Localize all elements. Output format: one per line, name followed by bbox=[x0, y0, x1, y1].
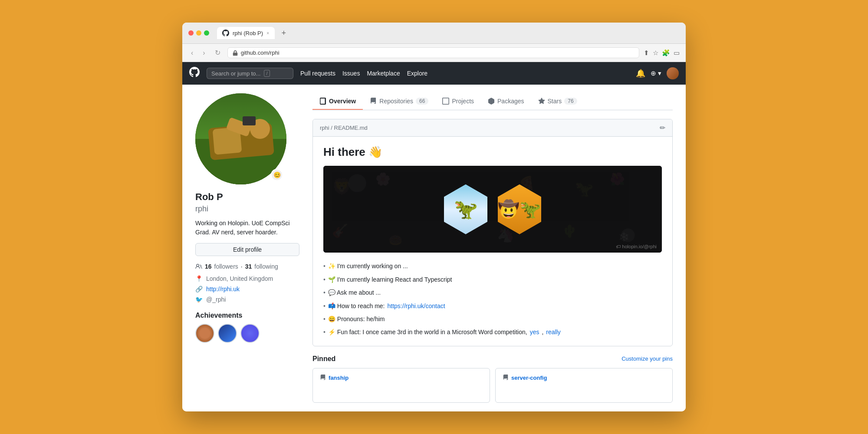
url-display: github.com/rphi bbox=[241, 49, 279, 56]
edit-readme-button[interactable]: ✏ bbox=[660, 124, 665, 132]
bullet-6-text: ⚡ Fun fact: I once came 3rd in the world… bbox=[328, 327, 527, 337]
readme-list-item-4: 📫 How to reach me: https://rphi.uk/conta… bbox=[323, 301, 662, 311]
tab-overview-label: Overview bbox=[329, 98, 356, 105]
nav-pull-requests[interactable]: Pull requests bbox=[300, 70, 335, 77]
pinned-card-2-title[interactable]: server-config bbox=[511, 375, 547, 381]
readme-list: ✨ I'm currently working on ... 🌱 I'm cur… bbox=[323, 261, 662, 337]
bullet-2: 🌱 I'm currently learning React and Types… bbox=[328, 275, 452, 284]
tab-title: rphi (Rob P) bbox=[233, 30, 263, 36]
minimize-traffic-light[interactable] bbox=[196, 30, 201, 36]
tab-repositories[interactable]: Repositories 66 bbox=[363, 93, 435, 110]
readme-header: rphi / README.md ✏ bbox=[313, 119, 672, 137]
traffic-lights bbox=[188, 30, 209, 36]
pinned-card-1-title[interactable]: fanship bbox=[329, 375, 349, 381]
svg-text:🦖: 🦖 bbox=[575, 180, 594, 198]
pinned-card-2[interactable]: server-config bbox=[495, 368, 673, 403]
location-item: 📍 London, United Kingdom bbox=[195, 275, 299, 282]
pinned-card-2-header: server-config bbox=[503, 375, 665, 381]
achievements-title: Achievements bbox=[195, 312, 299, 319]
achievement-badge-1[interactable] bbox=[195, 324, 214, 343]
repo-small-icon-2 bbox=[503, 375, 509, 381]
holopin-badge-1: 🦖 bbox=[444, 184, 487, 234]
new-tab-button[interactable]: + bbox=[282, 29, 286, 38]
search-placeholder: Search or jump to... bbox=[211, 70, 260, 77]
nav-marketplace[interactable]: Marketplace bbox=[367, 70, 400, 77]
refresh-button[interactable]: ↻ bbox=[212, 48, 223, 58]
pinned-title: Pinned bbox=[312, 355, 335, 363]
bullet-6-comma: , bbox=[542, 327, 543, 337]
browser-tab[interactable]: rphi (Rob P) × bbox=[217, 27, 275, 39]
repo-small-icon bbox=[320, 375, 326, 381]
search-box[interactable]: Search or jump to... / bbox=[207, 68, 293, 79]
tab-close-button[interactable]: × bbox=[266, 30, 269, 36]
browser-toolbar: ‹ › ↻ github.com/rphi ⬆ ☆ 🧩 ▭ bbox=[182, 44, 686, 62]
tab-projects[interactable]: Projects bbox=[435, 93, 481, 110]
user-avatar-nav[interactable] bbox=[667, 67, 679, 79]
followers-count[interactable]: 16 bbox=[205, 263, 212, 270]
github-favicon-icon bbox=[222, 30, 229, 36]
browser-titlebar: rphi (Rob P) × + bbox=[182, 23, 686, 44]
customize-pins-link[interactable]: Customize your pins bbox=[621, 355, 673, 362]
forward-button[interactable]: › bbox=[200, 48, 207, 58]
sidebar-toggle-icon[interactable]: ▭ bbox=[674, 49, 680, 57]
really-link[interactable]: really bbox=[546, 327, 560, 337]
twitter-item: 🐦 @_rphi bbox=[195, 296, 299, 303]
tab-overview[interactable]: Overview bbox=[312, 93, 363, 110]
following-count[interactable]: 31 bbox=[245, 263, 252, 270]
bullet-1: ✨ I'm currently working on ... bbox=[328, 261, 408, 271]
tab-stars[interactable]: Stars 76 bbox=[531, 93, 584, 110]
browser-actions: ⬆ ☆ 🧩 ▭ bbox=[644, 49, 680, 57]
location-icon: 📍 bbox=[195, 275, 203, 282]
extensions-icon[interactable]: 🧩 bbox=[662, 49, 670, 57]
twitter-handle[interactable]: @_rphi bbox=[206, 296, 226, 303]
profile-sidebar: 😊 Rob P rphi Working on Holopin. UoE Com… bbox=[195, 93, 299, 402]
readme-body: Hi there 👋 🦁 🌸 🦋 🍕 bbox=[313, 137, 672, 345]
share-icon[interactable]: ⬆ bbox=[644, 49, 649, 57]
nav-links: Pull requests Issues Marketplace Explore bbox=[300, 70, 427, 77]
bookmark-icon[interactable]: ☆ bbox=[653, 49, 658, 57]
notifications-icon[interactable]: 🔔 bbox=[636, 69, 645, 78]
svg-text:❄: ❄ bbox=[618, 230, 629, 244]
people-icon bbox=[195, 263, 202, 270]
website-item: 🔗 http://rphi.uk bbox=[195, 286, 299, 293]
pinned-card-1-header: fanship bbox=[320, 375, 483, 381]
overview-icon bbox=[319, 98, 326, 105]
readme-filepath: rphi / README.md bbox=[320, 125, 368, 131]
browser-window: rphi (Rob P) × + ‹ › ↻ github.com/rphi ⬆… bbox=[182, 23, 686, 411]
github-logo-icon bbox=[189, 67, 200, 77]
profile-meta: 📍 London, United Kingdom 🔗 http://rphi.u… bbox=[195, 275, 299, 303]
address-bar[interactable]: github.com/rphi bbox=[227, 47, 639, 58]
maximize-traffic-light[interactable] bbox=[204, 30, 209, 36]
pinned-section: Pinned Customize your pins fanship bbox=[312, 355, 673, 403]
close-traffic-light[interactable] bbox=[188, 30, 194, 36]
svg-text:🦁: 🦁 bbox=[332, 177, 352, 196]
readme-list-item-6: ⚡ Fun fact: I once came 3rd in the world… bbox=[323, 327, 662, 337]
holopin-watermark: 🏷 holopin.io/@rphi bbox=[616, 244, 657, 249]
nav-issues[interactable]: Issues bbox=[342, 70, 360, 77]
packages-icon bbox=[488, 98, 495, 105]
yes-link[interactable]: yes bbox=[530, 327, 539, 337]
achievement-badge-3[interactable] bbox=[240, 324, 260, 343]
followers-row: 16 followers · 31 following bbox=[195, 263, 299, 270]
holopin-badge-2: 🤠🦖 bbox=[498, 184, 541, 234]
create-menu-button[interactable]: ⊕ ▾ bbox=[651, 69, 661, 77]
bullet-5: 😄 Pronouns: he/him bbox=[328, 314, 385, 324]
edit-profile-button[interactable]: Edit profile bbox=[195, 243, 299, 256]
lock-icon bbox=[232, 50, 238, 56]
svg-text:🌸: 🌸 bbox=[375, 172, 391, 186]
bullet-3: 💬 Ask me about ... bbox=[328, 288, 381, 297]
github-logo[interactable] bbox=[189, 67, 200, 80]
achievement-badge-2[interactable] bbox=[218, 324, 237, 343]
readme-card: rphi / README.md ✏ Hi there 👋 🦁 bbox=[312, 119, 673, 346]
dino-blue-icon: 🦖 bbox=[454, 198, 478, 220]
profile-full-name: Rob P bbox=[195, 191, 299, 203]
nav-explore[interactable]: Explore bbox=[407, 70, 427, 77]
website-link[interactable]: http://rphi.uk bbox=[206, 286, 240, 293]
holopin-banner: 🦁 🌸 🦋 🍕 🦖 🌺 🎸 🍩 🦄 🌵 bbox=[323, 166, 662, 253]
profile-bio: Working on Holopin. UoE CompSci Grad. AV… bbox=[195, 219, 299, 237]
tab-packages[interactable]: Packages bbox=[481, 93, 531, 110]
contact-link[interactable]: https://rphi.uk/contact bbox=[388, 301, 445, 311]
pinned-card-1[interactable]: fanship bbox=[312, 368, 490, 403]
back-button[interactable]: ‹ bbox=[188, 48, 196, 58]
achievements-row bbox=[195, 324, 299, 343]
